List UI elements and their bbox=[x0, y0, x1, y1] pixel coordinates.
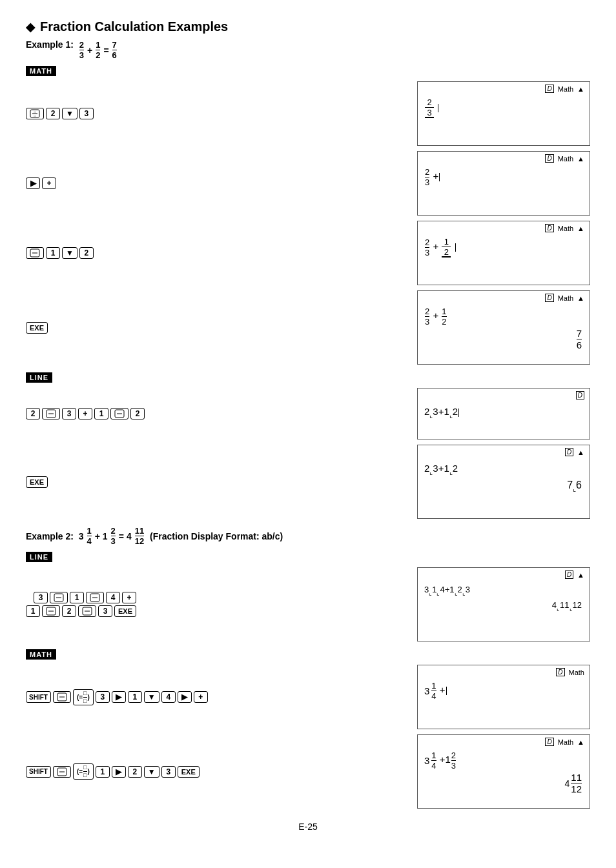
key-seq-1: □□ 2 ▼ 3 bbox=[26, 108, 94, 119]
key-2-9[interactable]: 2 bbox=[128, 766, 142, 778]
key-plus-7[interactable]: + bbox=[122, 592, 136, 603]
key-plus-2[interactable]: + bbox=[42, 177, 56, 189]
screen-2: D Math ▲ 23 + bbox=[417, 151, 590, 216]
example1-label: Example 1: 23 + 12 = 76 bbox=[26, 39, 590, 59]
key-seq-7a: 3 1 4 + bbox=[34, 592, 136, 603]
screen-4: D Math ▲ 23 + 12 7 6 bbox=[417, 290, 590, 365]
fraction-key-1[interactable]: □□ bbox=[26, 108, 44, 119]
calc-row-3: 1 ▼ 2 D Math ▲ 23 + 1 2 bbox=[26, 221, 590, 285]
key-3-9[interactable]: 3 bbox=[161, 766, 176, 778]
key-3-7[interactable]: 3 bbox=[34, 592, 48, 603]
key-1-9[interactable]: 1 bbox=[96, 766, 110, 778]
page-number: E-25 bbox=[26, 822, 590, 832]
frac-key-7[interactable] bbox=[50, 592, 68, 603]
frac-key-5b[interactable] bbox=[110, 408, 128, 419]
screen-7: D ▲ 3⌞1⌞4+1⌞2⌞3 4⌞11⌞12 bbox=[417, 567, 590, 641]
key-2-7b[interactable]: 2 bbox=[62, 605, 76, 617]
mixed-frac-key-9[interactable]: (=□□) bbox=[73, 763, 94, 780]
key-1-5[interactable]: 1 bbox=[94, 408, 108, 419]
frac-key-5[interactable] bbox=[42, 408, 60, 419]
screen-5: D 2⌞3+1⌞2 bbox=[417, 388, 590, 439]
key-seq-5: 2 3 + 1 2 bbox=[26, 408, 145, 419]
page-title: ◆ Fraction Calculation Examples bbox=[26, 19, 590, 34]
key-right-9[interactable]: ▶ bbox=[112, 766, 126, 778]
exe-key-7[interactable]: EXE bbox=[114, 605, 136, 617]
shift-key-8[interactable]: SHIFT bbox=[26, 691, 51, 703]
frac-key-7b[interactable] bbox=[86, 592, 104, 603]
diamond-icon: ◆ bbox=[26, 20, 35, 34]
screen-1: D Math ▲ 2 3 bbox=[417, 81, 590, 146]
shift-key-9[interactable]: SHIFT bbox=[26, 766, 51, 778]
calc-row-5: 2 3 + 1 2 D 2⌞3+1⌞2 bbox=[26, 388, 590, 439]
calc-row-9: SHIFT (=□□) 1 ▶ 2 ▼ 3 EXE D Math ▲ 314 +… bbox=[26, 734, 590, 809]
key-4-7[interactable]: 4 bbox=[106, 592, 120, 603]
key-1-8[interactable]: 1 bbox=[128, 691, 142, 703]
key-4-8[interactable]: 4 bbox=[161, 691, 176, 703]
key-down-9[interactable]: ▼ bbox=[144, 766, 159, 778]
calc-row-8: SHIFT (=□□) 3 ▶ 1 ▼ 4 ▶ + D Math 314 + bbox=[26, 665, 590, 729]
example2-label: Example 2: 314 + 123 = 41112 (Fraction D… bbox=[26, 527, 590, 545]
key-seq-3: 1 ▼ 2 bbox=[26, 247, 94, 259]
svg-text:□: □ bbox=[34, 110, 36, 114]
frac-key-7c[interactable] bbox=[42, 605, 60, 617]
svg-text:□: □ bbox=[34, 114, 36, 117]
key-plus-5[interactable]: + bbox=[78, 408, 92, 419]
key-right-8[interactable]: ▶ bbox=[112, 691, 126, 703]
key-plus-8[interactable]: + bbox=[194, 691, 208, 703]
key-3-8[interactable]: 3 bbox=[96, 691, 110, 703]
key-1-7[interactable]: 1 bbox=[70, 592, 84, 603]
mixed-frac-key-8[interactable]: (=□□) bbox=[73, 689, 94, 705]
key-seq-9: SHIFT (=□□) 1 ▶ 2 ▼ 3 EXE bbox=[26, 763, 200, 780]
key-right-8b[interactable]: ▶ bbox=[178, 691, 192, 703]
key-down-8[interactable]: ▼ bbox=[144, 691, 159, 703]
key-2-1[interactable]: 2 bbox=[46, 108, 60, 119]
exe-key-9[interactable]: EXE bbox=[178, 766, 200, 778]
key-2-5b[interactable]: 2 bbox=[130, 408, 145, 419]
calc-row-1: □□ 2 ▼ 3 D Math ▲ 2 3 bbox=[26, 81, 590, 146]
key-2-5[interactable]: 2 bbox=[26, 408, 40, 419]
math-badge-2: MATH bbox=[26, 647, 590, 665]
frac-key-9[interactable] bbox=[53, 766, 71, 778]
exe-key-6[interactable]: EXE bbox=[26, 476, 48, 488]
key-1-7b[interactable]: 1 bbox=[26, 605, 40, 617]
calc-row-7: 3 1 4 + 1 2 3 EXE D ▲ bbox=[26, 567, 590, 641]
calc-row-2: ▶ + D Math ▲ 23 + bbox=[26, 151, 590, 216]
key-down-3[interactable]: ▼ bbox=[62, 247, 77, 259]
line-badge-1: LINE bbox=[26, 370, 590, 388]
key-3-5[interactable]: 3 bbox=[62, 408, 76, 419]
line-badge-2: LINE bbox=[26, 549, 590, 567]
math-badge-1: MATH bbox=[26, 63, 590, 81]
key-3-1[interactable]: 3 bbox=[79, 108, 94, 119]
key-seq-4: EXE bbox=[26, 322, 48, 334]
screen-8: D Math 314 + bbox=[417, 665, 590, 729]
key-down-1[interactable]: ▼ bbox=[62, 108, 77, 119]
key-1-3[interactable]: 1 bbox=[46, 247, 60, 259]
key-seq-6: EXE bbox=[26, 476, 48, 488]
key-seq-8: SHIFT (=□□) 3 ▶ 1 ▼ 4 ▶ + bbox=[26, 689, 208, 705]
frac-key-7d[interactable] bbox=[78, 605, 96, 617]
calc-row-4: EXE D Math ▲ 23 + 12 7 6 bbox=[26, 290, 590, 365]
key-seq-7b: 1 2 3 EXE bbox=[26, 605, 136, 617]
screen-9: D Math ▲ 314 +123 41112 bbox=[417, 734, 590, 809]
key-seq-2: ▶ + bbox=[26, 177, 56, 189]
exe-key-4[interactable]: EXE bbox=[26, 322, 48, 334]
screen-6: D ▲ 2⌞3+1⌞2 7⌞6 bbox=[417, 445, 590, 519]
calc-row-6: EXE D ▲ 2⌞3+1⌞2 7⌞6 bbox=[26, 445, 590, 519]
key-3-7b[interactable]: 3 bbox=[98, 605, 112, 617]
screen-3: D Math ▲ 23 + 1 2 bbox=[417, 221, 590, 285]
key-2-3[interactable]: 2 bbox=[79, 247, 94, 259]
frac-key-3[interactable] bbox=[26, 247, 44, 259]
frac-key-8[interactable] bbox=[53, 691, 71, 703]
key-right-2[interactable]: ▶ bbox=[26, 177, 40, 189]
